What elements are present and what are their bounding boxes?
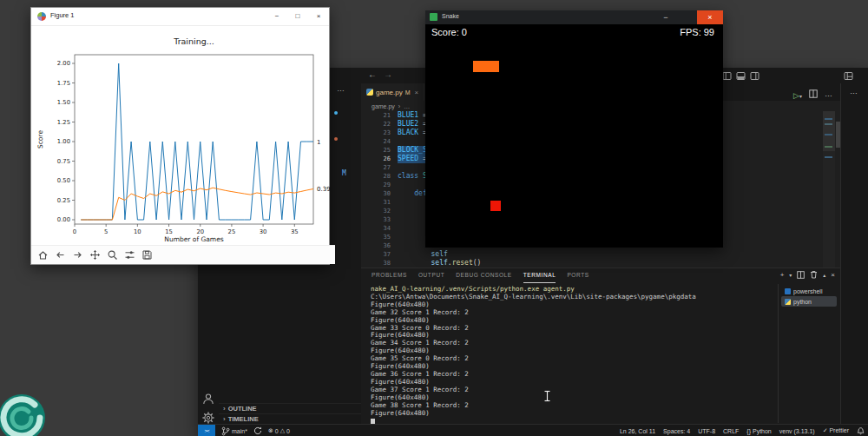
status-item[interactable]: venv (3.13.1) bbox=[779, 428, 815, 434]
sync-icon[interactable] bbox=[253, 426, 262, 435]
snake-titlebar[interactable]: Snake − × bbox=[425, 10, 723, 24]
status-item[interactable]: ✓ Prettier bbox=[823, 427, 849, 434]
breadcrumb-more[interactable]: … bbox=[404, 103, 410, 109]
editor-more-actions-icon[interactable]: … bbox=[825, 89, 833, 98]
warnings-count: 0 bbox=[286, 428, 290, 434]
snake-close-button[interactable]: × bbox=[697, 10, 723, 24]
rail-more-icon[interactable]: … bbox=[850, 87, 858, 96]
account-icon[interactable] bbox=[202, 393, 214, 405]
sidebar-section[interactable]: › TIMELINE bbox=[219, 413, 361, 424]
desktop: ← → … M › OUTLINE › bbox=[0, 0, 868, 436]
code-line: 37 self bbox=[361, 250, 840, 259]
maximize-panel-icon[interactable]: ▴ bbox=[823, 272, 825, 278]
remote-indicator[interactable]: >< bbox=[198, 425, 215, 436]
toggle-secondary-sidebar-icon[interactable] bbox=[750, 71, 760, 81]
line-number: 31 bbox=[361, 198, 398, 207]
python-icon bbox=[785, 299, 791, 305]
panel-tab[interactable]: PROBLEMS bbox=[372, 268, 407, 283]
sidebar-section-label: OUTLINE bbox=[228, 404, 257, 413]
svg-text:Training...: Training... bbox=[173, 36, 214, 46]
terminal-line: Game 34 Score 1 Record: 2 bbox=[371, 340, 774, 347]
kill-terminal-icon[interactable] bbox=[810, 270, 818, 279]
svg-text:25: 25 bbox=[228, 228, 236, 235]
snake-game-window: Snake − × Score: 0 FPS: 99 bbox=[425, 10, 723, 248]
code-text: self bbox=[398, 250, 448, 259]
svg-text:10: 10 bbox=[134, 228, 141, 235]
terminal-list-item[interactable]: python bbox=[781, 296, 837, 307]
line-number: 26 bbox=[361, 155, 398, 163]
tab-game-py[interactable]: game.py M × bbox=[361, 83, 424, 101]
new-terminal-icon[interactable]: + bbox=[780, 271, 785, 279]
status-item[interactable]: Spaces: 4 bbox=[663, 428, 690, 434]
save-icon[interactable] bbox=[141, 249, 153, 261]
errors-count: 0 bbox=[275, 428, 279, 434]
nav-forward-icon[interactable]: → bbox=[384, 69, 392, 79]
secondary-rail: … bbox=[840, 83, 868, 424]
line-number: 37 bbox=[361, 250, 398, 259]
code-text: self.reset() bbox=[398, 259, 481, 268]
subplots-icon[interactable] bbox=[124, 249, 135, 261]
line-number: 24 bbox=[361, 137, 398, 146]
snake-score-label: Score: 0 bbox=[431, 27, 467, 37]
figure-window-title: Figure 1 bbox=[50, 11, 75, 19]
snake-window-title: Snake bbox=[442, 13, 459, 19]
warnings-icon: △ bbox=[280, 427, 285, 434]
run-python-button[interactable]: ▷▾ bbox=[793, 86, 802, 102]
back-icon[interactable] bbox=[55, 249, 66, 261]
snake-app-icon bbox=[430, 13, 437, 21]
terminal-list-item[interactable]: powershell bbox=[781, 286, 837, 296]
snake-fps-label: FPS: 99 bbox=[680, 27, 714, 37]
panel-tab[interactable]: OUTPUT bbox=[418, 268, 444, 283]
customize-layout-icon[interactable] bbox=[844, 71, 853, 81]
toggle-panel-icon[interactable] bbox=[736, 71, 746, 81]
figure-maximize-button[interactable]: □ bbox=[287, 8, 308, 24]
code-line: 38 self.reset() bbox=[361, 259, 840, 268]
snake-body bbox=[473, 61, 499, 72]
zoom-icon[interactable] bbox=[107, 249, 118, 261]
panel-tab[interactable]: DEBUG CONSOLE bbox=[456, 268, 512, 283]
breadcrumb-file[interactable]: game.py bbox=[372, 103, 395, 109]
tab-close-icon[interactable]: × bbox=[415, 89, 419, 96]
line-number: 25 bbox=[361, 146, 398, 155]
nav-back-icon[interactable]: ← bbox=[368, 69, 377, 79]
line-number: 38 bbox=[361, 259, 398, 268]
pan-icon[interactable] bbox=[89, 249, 101, 261]
terminal-list: powershell python bbox=[781, 286, 837, 307]
notifications-bell-icon[interactable] bbox=[857, 426, 865, 435]
figure-titlebar[interactable]: Figure 1 − □ × bbox=[31, 8, 329, 26]
svg-text:1.75: 1.75 bbox=[57, 80, 70, 87]
minimap[interactable] bbox=[823, 111, 835, 268]
status-item[interactable]: Ln 26, Col 11 bbox=[620, 428, 655, 434]
snake-minimize-button[interactable]: − bbox=[653, 10, 679, 24]
tab-filename: game.py bbox=[376, 89, 403, 96]
problems-status[interactable]: ⊗ 0 △ 0 bbox=[268, 427, 290, 434]
line-number: 33 bbox=[361, 215, 398, 224]
git-branch-status[interactable]: main* bbox=[221, 426, 247, 436]
settings-gear-icon[interactable] bbox=[202, 412, 214, 424]
terminal-name: python bbox=[793, 299, 812, 305]
terminal-line: Game 37 Score 1 Record: 2 bbox=[371, 386, 774, 394]
figure-close-button[interactable]: × bbox=[308, 8, 329, 24]
svg-text:1.50: 1.50 bbox=[57, 99, 70, 106]
figure-minimize-button[interactable]: − bbox=[266, 8, 287, 24]
split-terminal-icon[interactable] bbox=[797, 271, 805, 279]
explorer-more-icon[interactable]: … bbox=[337, 84, 345, 93]
sidebar-section[interactable]: › OUTLINE bbox=[219, 403, 361, 413]
home-icon[interactable] bbox=[37, 249, 49, 261]
split-editor-icon[interactable] bbox=[809, 89, 818, 98]
toggle-sidebar-icon[interactable] bbox=[722, 71, 732, 81]
line-number: 27 bbox=[361, 163, 398, 172]
status-item[interactable]: CRLF bbox=[723, 428, 739, 434]
panel-tab[interactable]: PORTS bbox=[567, 268, 589, 283]
terminal-line: Game 36 Score 1 Record: 2 bbox=[371, 371, 774, 379]
text-cursor-pointer bbox=[543, 390, 551, 402]
status-item[interactable]: {} Python bbox=[746, 428, 771, 434]
close-panel-icon[interactable]: × bbox=[831, 271, 835, 279]
terminal-output[interactable]: nake_AI_Q-learning/.venv/Scripts/python.… bbox=[371, 286, 774, 417]
status-item[interactable]: UTF-8 bbox=[698, 428, 715, 434]
forward-icon[interactable] bbox=[72, 249, 83, 261]
run-dropdown-icon: ▾ bbox=[799, 94, 802, 99]
terminal-dropdown-icon[interactable]: ▾ bbox=[789, 272, 792, 278]
panel-tab[interactable]: TERMINAL bbox=[523, 268, 556, 283]
line-number: 23 bbox=[361, 129, 398, 137]
